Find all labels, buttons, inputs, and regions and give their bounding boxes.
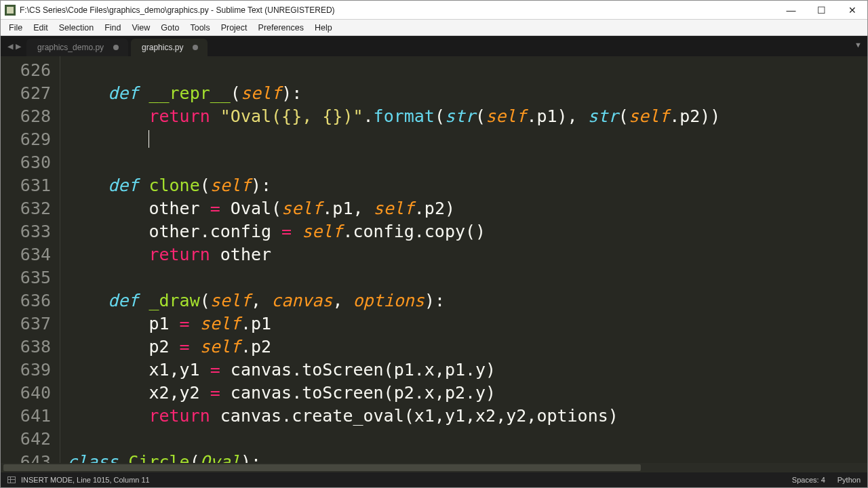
chevron-right-icon: ▶ xyxy=(14,42,22,51)
dirty-indicator-icon xyxy=(113,45,119,50)
scrollbar-thumb[interactable] xyxy=(3,464,641,471)
menu-tools[interactable]: Tools xyxy=(184,21,215,35)
menu-selection[interactable]: Selection xyxy=(54,21,99,35)
app-window: F:\CS Series\Code Files\graphics_demo\gr… xyxy=(0,0,868,488)
menu-find[interactable]: Find xyxy=(99,21,126,35)
menu-file[interactable]: File xyxy=(3,21,28,35)
tab-graphics[interactable]: graphics.py xyxy=(131,39,208,56)
menu-edit[interactable]: Edit xyxy=(28,21,54,35)
panel-switch-icon[interactable] xyxy=(7,476,16,483)
horizontal-scrollbar[interactable] xyxy=(1,463,867,472)
tab-strip: ◀▶ graphics_demo.py graphics.py ▼ xyxy=(1,36,867,56)
tab-label: graphics_demo.py xyxy=(37,43,104,52)
minimize-button[interactable]: — xyxy=(776,1,806,19)
menu-preferences[interactable]: Preferences xyxy=(253,21,309,35)
status-language[interactable]: Python xyxy=(837,476,861,484)
menu-view[interactable]: View xyxy=(126,21,155,35)
app-icon xyxy=(5,5,16,16)
tab-label: graphics.py xyxy=(142,43,183,52)
line-gutter: 6266276286296306316326336346356366376386… xyxy=(1,56,60,463)
status-mode: INSERT MODE, Line 1015, Column 11 xyxy=(21,476,150,484)
menu-project[interactable]: Project xyxy=(216,21,253,35)
menu-help[interactable]: Help xyxy=(309,21,338,35)
menubar: File Edit Selection Find View Goto Tools… xyxy=(1,20,867,36)
tab-nav-arrows[interactable]: ◀▶ xyxy=(5,36,26,56)
menu-goto[interactable]: Goto xyxy=(155,21,184,35)
dirty-indicator-icon xyxy=(193,45,198,50)
tab-graphics-demo[interactable]: graphics_demo.py xyxy=(26,39,128,56)
maximize-button[interactable]: ☐ xyxy=(806,1,837,19)
window-controls: — ☐ ✕ xyxy=(776,1,867,19)
titlebar: F:\CS Series\Code Files\graphics_demo\gr… xyxy=(1,1,867,20)
status-spaces[interactable]: Spaces: 4 xyxy=(792,476,825,484)
tab-overflow-icon[interactable]: ▼ xyxy=(854,41,862,49)
close-button[interactable]: ✕ xyxy=(837,1,867,19)
editor-area[interactable]: 6266276286296306316326336346356366376386… xyxy=(1,56,867,463)
statusbar: INSERT MODE, Line 1015, Column 11 Spaces… xyxy=(1,472,867,487)
code-content[interactable]: def __repr__(self): return "Oval({}, {})… xyxy=(60,56,867,463)
chevron-left-icon: ◀ xyxy=(6,42,14,51)
window-title: F:\CS Series\Code Files\graphics_demo\gr… xyxy=(20,5,335,15)
